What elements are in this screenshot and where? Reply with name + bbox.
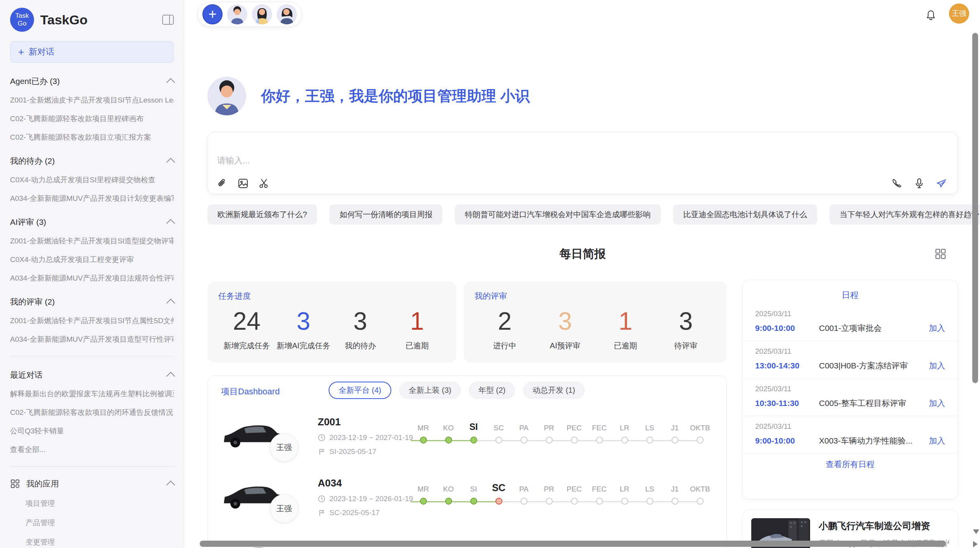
milestone-dot bbox=[697, 498, 704, 505]
project-flag: SI-2025-05-17 bbox=[318, 447, 413, 456]
milestone-dot bbox=[621, 437, 628, 444]
sidebar-item-my-apps[interactable]: 我的应用 bbox=[10, 478, 174, 489]
milestone-dot bbox=[495, 498, 502, 505]
layout-grid-icon[interactable] bbox=[934, 248, 947, 260]
agent-avatar-bar: + bbox=[197, 2, 302, 27]
list-item[interactable]: Z001-全新燃油轻卡产品开发项目SI造型提交物评审 bbox=[10, 236, 174, 246]
chat-input-card bbox=[207, 132, 958, 194]
list-item[interactable]: A034-全新新能源MUV产品开发项目计划变更表编写 bbox=[10, 194, 174, 204]
attachment-icon[interactable] bbox=[216, 178, 228, 189]
milestone-dot bbox=[596, 437, 603, 444]
schedule-date: 2025/03/11 bbox=[755, 347, 945, 356]
join-button[interactable]: 加入 bbox=[929, 435, 945, 446]
milestone-stepper: MR KO SI SC PA PR PEC FEC LR LS J1 OKTB bbox=[411, 418, 713, 444]
section-recent-chats[interactable]: 最近对话 bbox=[10, 370, 174, 380]
suggestion-chip[interactable]: 比亚迪全固态电池计划具体说了什么 bbox=[673, 204, 817, 224]
section-my-review[interactable]: 我的评审 (2) bbox=[10, 296, 174, 307]
schedule-name: C003|H0B-方案冻结评审 bbox=[819, 360, 929, 371]
join-button[interactable]: 加入 bbox=[929, 360, 945, 371]
scrollbar-right-arrow[interactable] bbox=[973, 541, 978, 547]
chevron-up-icon[interactable] bbox=[166, 158, 175, 167]
list-item[interactable]: C02-飞腾新能源轻客改款项目里程碑画布 bbox=[10, 114, 174, 124]
new-chat-label: 新对话 bbox=[29, 46, 54, 58]
chat-input[interactable] bbox=[217, 155, 798, 173]
clock-icon bbox=[318, 495, 326, 503]
project-row-z001[interactable]: 王强 Z001 2023-12-19 ~ 2027-01-19 SI-2025-… bbox=[221, 414, 714, 473]
suggestion-chip[interactable]: 特朗普可能对进口汽车增税会对中国车企造成哪些影响 bbox=[455, 204, 661, 224]
avatar[interactable] bbox=[252, 4, 272, 24]
milestone-dot bbox=[697, 437, 704, 444]
main-area: + 王强 你好，王强，我是你的项目管理助理 小识 bbox=[184, 0, 980, 548]
add-agent-button[interactable]: + bbox=[202, 4, 223, 24]
milestone-dot bbox=[672, 498, 678, 505]
my-review-card: 我的评审 2 进行中 3 AI预评审 1 已逾期 3 待评审 bbox=[464, 281, 727, 363]
project-row-a034[interactable]: 王强 A034 2023-12-19 ~ 2026-01-19 SC-2025-… bbox=[221, 476, 714, 534]
suggestion-chip[interactable]: 当下年轻人对汽车外观有怎样的喜好趋势 bbox=[829, 204, 980, 224]
section-ai-review[interactable]: AI评审 (3) bbox=[10, 217, 174, 228]
app-item-project-mgmt[interactable]: 项目管理 bbox=[26, 498, 174, 509]
list-item[interactable]: 公司Q3轻卡销量 bbox=[10, 426, 174, 436]
view-all-chats[interactable]: 查看全部... bbox=[10, 445, 174, 455]
tab-new-body[interactable]: 全新上装 (3) bbox=[399, 382, 461, 399]
scrollbar-down-arrow[interactable] bbox=[973, 529, 979, 534]
list-item[interactable]: Z001-全新燃油皮卡产品开发项目SI节点Lesson Learn报告 bbox=[10, 95, 174, 105]
project-code: Z001 bbox=[318, 416, 413, 428]
schedule-item: 2025/03/11 13:00-14:30 C003|H0B-方案冻结评审 加… bbox=[743, 341, 958, 378]
notification-bell-icon[interactable] bbox=[925, 9, 937, 21]
stat-overdue: 1 已逾期 bbox=[595, 305, 656, 351]
list-item[interactable]: C0X4-动力总成开发项目SI里程碑提交物检查 bbox=[10, 175, 174, 185]
chevron-up-icon[interactable] bbox=[166, 78, 175, 87]
list-item[interactable]: 解释最新出台的欧盟报废车法规再生塑料比例被调至15%... bbox=[10, 389, 174, 399]
avatar[interactable] bbox=[277, 4, 297, 24]
microphone-icon[interactable] bbox=[913, 178, 925, 189]
milestone-dot bbox=[621, 498, 628, 505]
schedule-card: 日程 2025/03/11 9:00-10:00 C001-立项审批会 加入 2… bbox=[742, 280, 958, 499]
vertical-scrollbar[interactable] bbox=[972, 33, 978, 383]
chevron-up-icon[interactable] bbox=[166, 481, 175, 490]
apps-grid-icon bbox=[10, 479, 20, 489]
input-toolbar-right bbox=[891, 178, 947, 189]
list-item[interactable]: A034-全新新能源MUV产品开发项目法规符合性评审 bbox=[10, 273, 174, 283]
view-all-schedule[interactable]: 查看所有日程 bbox=[743, 454, 958, 475]
milestone-dot bbox=[571, 437, 578, 444]
app-item-change-mgmt[interactable]: 变更管理 bbox=[26, 537, 174, 547]
new-chat-button[interactable]: + 新对话 bbox=[10, 41, 174, 63]
phone-icon[interactable] bbox=[891, 178, 903, 189]
list-item[interactable]: C02-飞腾新能源轻客改款项目立项汇报方案 bbox=[10, 132, 174, 142]
schedule-date: 2025/03/11 bbox=[755, 422, 945, 431]
app-title: TaskGo bbox=[40, 12, 156, 27]
app-item-product-mgmt[interactable]: 产品管理 bbox=[26, 518, 174, 528]
schedule-date: 2025/03/11 bbox=[755, 385, 945, 393]
chevron-up-icon[interactable] bbox=[166, 372, 175, 381]
horizontal-scrollbar[interactable] bbox=[200, 541, 946, 547]
list-item[interactable]: Z001-全新燃油轻卡产品开发项目SI节点属性5D文件评审 bbox=[10, 316, 174, 326]
suggestion-chip[interactable]: 欧洲新规最近颁布了什么? bbox=[207, 204, 317, 224]
milestone-dot bbox=[495, 437, 502, 444]
milestone-dot bbox=[445, 437, 452, 444]
milestone-dot bbox=[470, 498, 477, 505]
tab-new-platform[interactable]: 全新平台 (4) bbox=[329, 382, 391, 399]
join-button[interactable]: 加入 bbox=[929, 398, 945, 409]
suggestion-chip[interactable]: 如何写一份清晰的项目周报 bbox=[329, 204, 442, 224]
user-avatar[interactable]: 王强 bbox=[949, 3, 969, 24]
list-item[interactable]: A034-全新新能源MUV产品开发项目造型可行性评审 bbox=[10, 334, 174, 344]
section-agent-done[interactable]: Agent已办 (3) bbox=[10, 76, 174, 87]
list-item[interactable]: C0X4-动力总成开发项目工程变更评审 bbox=[10, 255, 174, 265]
image-icon[interactable] bbox=[237, 178, 249, 189]
scissors-icon[interactable] bbox=[258, 178, 270, 189]
chevron-up-icon[interactable] bbox=[166, 219, 175, 228]
avatar[interactable] bbox=[227, 4, 247, 24]
send-icon[interactable] bbox=[936, 178, 947, 189]
schedule-item: 2025/03/11 9:00-10:00 C001-立项审批会 加入 bbox=[743, 303, 958, 341]
collapse-sidebar-icon[interactable] bbox=[162, 15, 174, 25]
section-my-todo[interactable]: 我的待办 (2) bbox=[10, 156, 174, 166]
project-info: A034 2023-12-19 ~ 2026-01-19 SC-2025-05-… bbox=[318, 477, 413, 517]
join-button[interactable]: 加入 bbox=[929, 323, 945, 334]
tab-powertrain[interactable]: 动总开发 (1) bbox=[523, 382, 585, 399]
stat-new-done: 24 新增完成任务 bbox=[218, 305, 275, 351]
chevron-up-icon[interactable] bbox=[166, 299, 175, 308]
tab-year-model[interactable]: 年型 (2) bbox=[469, 382, 515, 399]
list-item[interactable]: C02-飞腾新能源轻客改款项目的闭环通告反馈情况 bbox=[10, 408, 174, 418]
schedule-title: 日程 bbox=[743, 280, 958, 303]
divider bbox=[10, 466, 174, 467]
